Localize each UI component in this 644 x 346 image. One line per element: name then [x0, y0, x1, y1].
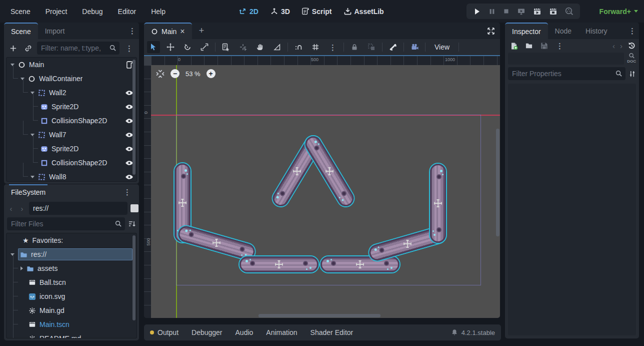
menu-scene[interactable]: Scene	[4, 5, 37, 18]
filesystem-menu-icon[interactable]: ⋮	[120, 188, 134, 196]
group-icon[interactable]	[365, 41, 378, 53]
camera-override-icon[interactable]	[408, 41, 421, 53]
object-history-icon[interactable]	[628, 42, 636, 50]
property-tools-icon[interactable]	[628, 70, 636, 78]
menu-editor[interactable]: Editor	[112, 5, 143, 18]
play-scene-icon[interactable]	[533, 8, 542, 16]
fs-file-ball-tscn[interactable]: Ball.tscn	[6, 275, 136, 289]
scene-node-sprite2d[interactable]: Sprite2D	[6, 100, 136, 114]
load-resource-folder-icon[interactable]	[523, 42, 535, 50]
fs-file-readme-md[interactable]: README.md	[6, 331, 136, 338]
bottom-tab-debugger[interactable]: Debugger	[192, 328, 222, 336]
list-select-tool-button[interactable]	[220, 41, 232, 53]
canvas-vertical-scrollbar[interactable]	[496, 129, 500, 236]
play-icon[interactable]	[473, 8, 481, 16]
scene-node-wall7[interactable]: Wall7	[6, 128, 136, 142]
filesystem-title[interactable]: FileSystem	[9, 184, 48, 199]
movie-maker-icon[interactable]	[565, 7, 574, 16]
scene-node-wall8[interactable]: Wall8	[6, 170, 136, 182]
menu-project[interactable]: Project	[39, 5, 74, 18]
wall-bottom-2[interactable]	[320, 256, 400, 272]
nav-forward-icon[interactable]: ›	[18, 204, 26, 213]
new-scene-tab-button[interactable]: +	[192, 23, 212, 39]
play-custom-scene-icon[interactable]	[549, 8, 558, 16]
recenter-icon[interactable]	[156, 70, 164, 78]
renderer-selector[interactable]: Forward+	[600, 0, 638, 23]
ruler-tool-button[interactable]	[270, 41, 284, 53]
version-label[interactable]: 4.2.1.stable	[462, 329, 495, 336]
fs-file-main-gd[interactable]: Main.gd	[6, 303, 136, 317]
history-back-icon[interactable]: ‹	[612, 42, 615, 50]
filesystem-scrollbar[interactable]	[132, 235, 136, 320]
open-docs-button[interactable]: DOC	[627, 53, 636, 64]
close-icon[interactable]: ×	[180, 28, 184, 36]
smart-snap-icon[interactable]	[292, 41, 305, 53]
bottom-tab-output[interactable]: Output	[150, 328, 178, 336]
menu-debug[interactable]: Debug	[76, 5, 109, 18]
grid-snap-icon[interactable]	[309, 41, 322, 53]
switch-script-button[interactable]: Script	[302, 8, 332, 16]
inspector-menu-icon[interactable]: ⋮	[626, 27, 639, 35]
zoom-level-label[interactable]: 53 %	[186, 70, 200, 78]
zoom-minus-button[interactable]: −	[170, 69, 180, 78]
expand-viewport-icon[interactable]	[487, 27, 495, 35]
scene-node-main[interactable]: Main	[6, 58, 136, 72]
select-tool-button[interactable]	[147, 41, 160, 53]
scene-dock-menu-icon[interactable]: ⋮	[126, 27, 139, 35]
switch-3d-button[interactable]: 3D	[270, 8, 290, 16]
resource-menu-icon[interactable]: ⋮	[553, 42, 566, 50]
rotate-tool-button[interactable]	[181, 41, 194, 53]
path-input[interactable]	[29, 202, 128, 215]
wall-right-vertical[interactable]	[430, 164, 446, 243]
new-resource-icon[interactable]	[508, 42, 520, 50]
bell-icon[interactable]	[451, 329, 458, 336]
toggle-split-mode-button[interactable]	[130, 204, 138, 212]
fs-folder-assets[interactable]: assets	[6, 261, 136, 275]
snap-cursor-icon[interactable]	[236, 41, 250, 53]
scene-node-sprite2d[interactable]: Sprite2D	[6, 142, 136, 156]
scene-tree-scrollbar[interactable]	[132, 60, 136, 175]
sort-files-icon[interactable]	[128, 220, 136, 228]
bottom-tab-animation[interactable]: Animation	[266, 328, 297, 336]
instance-scene-link-icon[interactable]	[22, 45, 34, 52]
tab-history[interactable]: History	[578, 23, 614, 39]
bottom-tab-shader-editor[interactable]: Shader Editor	[310, 328, 354, 336]
tab-inspector[interactable]: Inspector	[505, 23, 548, 39]
scene-tree-menu-icon[interactable]: ⋮	[122, 45, 136, 52]
lock-icon[interactable]	[348, 41, 361, 53]
tab-import[interactable]: Import	[38, 23, 72, 39]
scene-filter-input[interactable]	[37, 42, 120, 55]
scene-node-wall2[interactable]: Wall2	[6, 86, 136, 100]
tab-scene[interactable]: Scene	[4, 23, 38, 39]
menu-help[interactable]: Help	[144, 5, 172, 18]
zoom-plus-button[interactable]: +	[206, 69, 216, 78]
snapping-options-menu-icon[interactable]: ⋮	[326, 44, 340, 51]
view-menu-button[interactable]: View	[430, 42, 454, 53]
save-icon[interactable]	[538, 42, 550, 50]
fs-res-root[interactable]: res://	[6, 247, 136, 261]
pause-icon[interactable]	[488, 8, 496, 15]
canvas[interactable]: − 53 % +	[151, 65, 500, 318]
stop-icon[interactable]	[503, 8, 510, 15]
canvas-horizontal-scrollbar[interactable]	[258, 314, 380, 317]
inspector-filter-input[interactable]	[508, 67, 626, 80]
move-tool-button[interactable]	[164, 41, 177, 53]
scene-tab-main[interactable]: Main ×	[144, 23, 192, 39]
visibility-eye-icon[interactable]	[125, 173, 134, 181]
pan-tool-button[interactable]	[254, 41, 266, 53]
fs-favorites[interactable]: ★ Favorites:	[6, 233, 136, 247]
fs-file-icon-svg[interactable]: icon.svg	[6, 289, 136, 303]
add-node-button[interactable]	[7, 45, 19, 52]
scale-tool-button[interactable]	[198, 41, 211, 53]
bottom-tab-audio[interactable]: Audio	[236, 328, 254, 336]
remote-debug-icon[interactable]	[517, 8, 526, 16]
nav-back-icon[interactable]: ‹	[7, 204, 15, 213]
tab-node[interactable]: Node	[548, 23, 578, 39]
bone-icon[interactable]	[386, 41, 400, 53]
filesystem-filter-input[interactable]	[7, 217, 125, 230]
history-forward-icon[interactable]: ›	[620, 42, 622, 50]
switch-2d-button[interactable]: 2D	[239, 8, 258, 16]
fs-file-main-tscn[interactable]: Main.tscn	[6, 317, 136, 331]
switch-assetlib-button[interactable]: AssetLib	[344, 8, 384, 16]
wall-bottom-1[interactable]	[240, 256, 318, 272]
